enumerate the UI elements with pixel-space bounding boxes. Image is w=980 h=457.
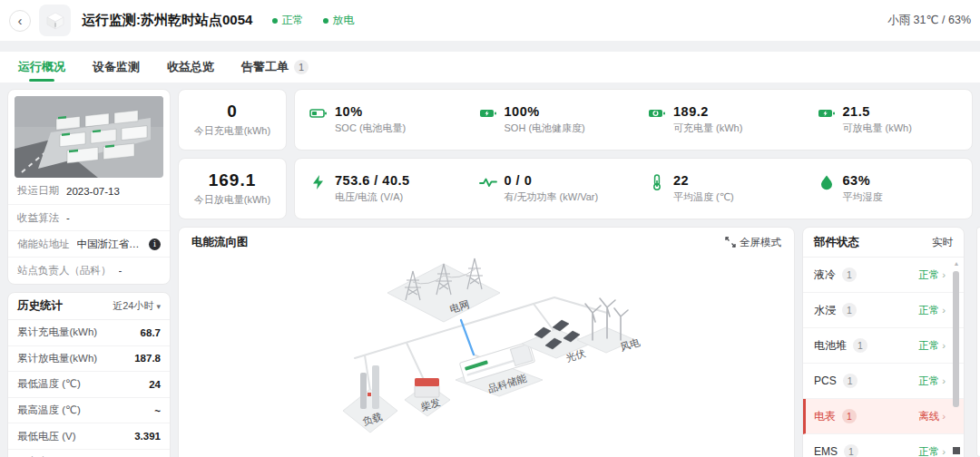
count-badge: 1	[843, 374, 858, 388]
back-button[interactable]: ‹	[9, 10, 31, 32]
count-badge: 1	[842, 303, 857, 317]
status-link[interactable]: 正常	[918, 304, 946, 317]
component-status-card: 部件状态 实时 液冷1 正常 水浸1 正常 电池堆1 正常 PCS1 正常 电表…	[802, 227, 965, 457]
scrollbar-down-button[interactable]	[953, 447, 960, 454]
fullscreen-button[interactable]: 全屏模式	[725, 236, 781, 249]
energy-flow-diagram[interactable]: 电网 负载 柴发 品科储能	[179, 257, 795, 457]
status-link[interactable]: 正常	[918, 374, 946, 388]
energy-flow-card: 电能流向图 全屏模式	[178, 227, 795, 457]
status-link[interactable]: 离线	[918, 410, 946, 423]
info-row-station-manager: 站点负责人（品科） -	[8, 257, 170, 283]
lightning-icon	[309, 173, 328, 191]
station-info-card: 投运日期 2023-07-13 收益算法 - 储能站地址 中国浙江省湖州市吴兴区…	[7, 89, 171, 285]
component-status-header: 部件状态 实时	[803, 228, 964, 258]
time-range-dropdown[interactable]: 近24小时	[113, 299, 161, 313]
storage-node[interactable]: 品科储能	[456, 342, 543, 396]
avg-temp-stat: 22 平均温度 (℃)	[633, 173, 803, 204]
info-row-revenue-algorithm: 收益算法 -	[8, 204, 170, 230]
battery-icon	[309, 104, 328, 122]
status-badge-normal: 正常	[272, 13, 303, 28]
battery-bolt-icon	[479, 104, 497, 122]
energy-flow-title: 电能流向图	[191, 235, 249, 250]
count-badge: 1	[842, 409, 857, 423]
component-status-title: 部件状态	[814, 235, 859, 250]
page-title: 运行监测:苏州乾时站点0054	[82, 12, 252, 29]
dischargeable-stat: 21.5 可放电量 (kWh)	[803, 104, 973, 135]
history-row-max-temp: 最高温度 (℃) ~	[8, 398, 170, 424]
count-badge: 1	[844, 444, 858, 457]
component-row-pcs[interactable]: PCS1 正常	[803, 364, 964, 399]
droplet-icon	[818, 173, 836, 191]
component-row-liquid-cooling[interactable]: 液冷1 正常	[803, 258, 964, 293]
scrollbar-thumb[interactable]	[953, 271, 959, 407]
app-logo	[39, 5, 71, 36]
tab-operation-overview[interactable]: 运行概况	[18, 52, 65, 83]
tab-device-monitoring[interactable]: 设备监测	[93, 52, 140, 83]
realtime-toggle[interactable]: 实时	[932, 236, 953, 249]
battery-kpi-card: 10% SOC (电池电量) 100% SOH (电池健康度) 1	[294, 89, 973, 151]
grid-flow-line	[461, 320, 474, 355]
info-row-commission-date: 投运日期 2023-07-13	[8, 178, 170, 204]
component-row-battery-stack[interactable]: 电池堆1 正常	[803, 328, 964, 364]
top-bar: ‹ 运行监测:苏州乾时站点0054 正常 放电 小雨 31℃ / 63%	[0, 0, 980, 41]
station-address-value: 中国浙江省湖州市吴兴区...	[77, 238, 150, 251]
next-panel-edge	[976, 227, 980, 457]
tab-bar: 运行概况 设备监测 收益总览 告警工单 1	[0, 52, 980, 83]
today-charge-value: 0	[227, 102, 238, 122]
today-discharge-value: 169.1	[209, 170, 257, 190]
info-row-station-address: 储能站地址 中国浙江省湖州市吴兴区... i	[8, 230, 170, 257]
status-link[interactable]: 正常	[918, 339, 946, 353]
scrollbar-up-arrow-icon[interactable]: ▲	[953, 260, 960, 267]
history-row-max-voltage: 最高电压 (V) ~	[8, 450, 170, 457]
load-node[interactable]: 负载	[343, 365, 397, 433]
status-link[interactable]: 正常	[918, 445, 946, 457]
station-manager-value: -	[119, 265, 162, 276]
commission-date-value: 2023-07-13	[66, 186, 161, 197]
today-discharge-card: 169.1 今日放电量(kWh)	[178, 158, 287, 219]
green-dot-icon	[323, 18, 328, 24]
voltage-current-stat: 753.6 / 40.5 电压/电流 (V/A)	[295, 173, 465, 204]
diesel-node[interactable]: 柴发	[405, 378, 450, 416]
component-row-meter[interactable]: 电表1 离线	[803, 399, 964, 434]
component-row-ems[interactable]: EMS1 正常	[803, 434, 964, 457]
history-row-total-charge: 累计充电量(kWh) 68.7	[8, 320, 170, 346]
station-photo[interactable]	[15, 96, 163, 178]
green-dot-icon	[272, 18, 278, 24]
status-badge-discharging: 放电	[323, 13, 354, 28]
wind-node[interactable]: 风电	[577, 298, 642, 353]
today-charge-card: 0 今日充电量(kWh)	[178, 89, 287, 151]
alarm-count-badge: 1	[294, 60, 309, 74]
tab-revenue-overview[interactable]: 收益总览	[167, 52, 214, 83]
count-badge: 1	[842, 267, 857, 282]
soc-stat: 10% SOC (电池电量)	[295, 104, 465, 135]
history-stats-title: 历史统计	[17, 298, 63, 314]
status-link[interactable]: 正常	[918, 268, 946, 282]
history-row-min-voltage: 最低电压 (V) 3.391	[8, 423, 170, 450]
tab-alarm-tickets[interactable]: 告警工单 1	[241, 52, 309, 83]
chargeable-stat: 189.2 可充电量 (kWh)	[633, 104, 803, 135]
history-stats-header: 历史统计 近24小时	[8, 293, 170, 320]
revenue-algorithm-value: -	[66, 212, 161, 223]
waveform-icon	[479, 173, 497, 191]
history-row-min-temp: 最低温度 (℃) 24	[8, 372, 170, 398]
count-badge: 1	[853, 338, 867, 353]
weather-info: 小雨 31℃ / 63%	[887, 0, 971, 41]
battery-charge-icon	[648, 104, 666, 122]
electrical-kpi-card: 753.6 / 40.5 电压/电流 (V/A) 0 / 0 有/无功功率 (k…	[294, 158, 973, 219]
battery-discharge-icon	[818, 104, 836, 122]
soh-stat: 100% SOH (电池健康度)	[465, 104, 634, 135]
expand-icon	[725, 237, 736, 248]
grid-node[interactable]: 电网	[387, 258, 500, 322]
avg-humidity-stat: 63% 平均湿度	[803, 173, 973, 204]
energy-flow-header: 电能流向图 全屏模式	[179, 228, 794, 257]
history-stats-card: 历史统计 近24小时 累计充电量(kWh) 68.7 累计放电量(kWh) 18…	[7, 292, 171, 457]
component-row-water-immersion[interactable]: 水浸1 正常	[803, 293, 964, 328]
history-row-total-discharge: 累计放电量(kWh) 187.8	[8, 346, 170, 373]
thermometer-icon	[648, 173, 666, 191]
info-icon[interactable]: i	[149, 238, 161, 250]
cube-icon	[44, 10, 66, 32]
power-stat: 0 / 0 有/无功功率 (kW/Var)	[465, 173, 634, 204]
status-scrollbar[interactable]: ▲	[953, 260, 960, 457]
